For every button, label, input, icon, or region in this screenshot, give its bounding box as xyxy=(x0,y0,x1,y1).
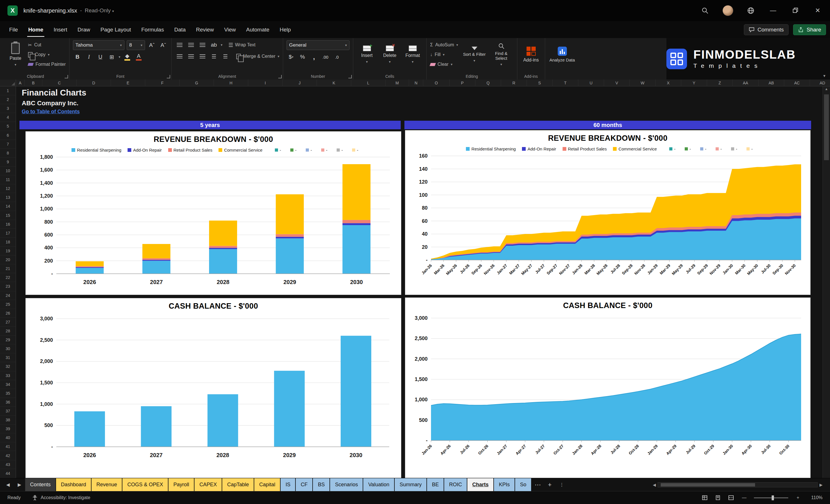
font-dialog-launcher[interactable] xyxy=(167,75,170,78)
row-header-15[interactable]: 15 xyxy=(0,211,16,220)
column-header-R[interactable]: R xyxy=(501,80,527,86)
row-header-25[interactable]: 25 xyxy=(0,300,16,309)
row-header-4[interactable]: 4 xyxy=(0,113,16,122)
row-header-14[interactable]: 14 xyxy=(0,202,16,211)
sheet-tab-bs[interactable]: BS xyxy=(313,478,329,491)
menu-file[interactable]: File xyxy=(4,21,23,38)
vertical-scrollbar-thumb[interactable] xyxy=(824,94,829,160)
row-header-11[interactable]: 11 xyxy=(0,175,16,184)
minimize-button[interactable]: — xyxy=(768,6,778,15)
chart-cash-balance-monthly[interactable]: CASH BALANCE - $'000 -5001,0001,5002,000… xyxy=(405,297,810,478)
borders-button[interactable]: ⊞ xyxy=(107,52,117,62)
column-header-E[interactable]: E xyxy=(111,80,145,86)
zoom-slider[interactable] xyxy=(754,497,788,498)
row-header-38[interactable]: 38 xyxy=(0,416,16,424)
menu-formulas[interactable]: Formulas xyxy=(136,21,169,38)
row-header-33[interactable]: 33 xyxy=(0,371,16,380)
row-header-30[interactable]: 30 xyxy=(0,344,16,353)
clear-button[interactable]: Clear▾ xyxy=(430,60,458,69)
bold-button[interactable]: B xyxy=(73,52,82,62)
number-dialog-launcher[interactable] xyxy=(348,75,352,78)
zoom-in-icon[interactable]: + xyxy=(795,495,801,501)
scroll-left-icon[interactable]: ◀ xyxy=(651,482,658,487)
clipboard-dialog-launcher[interactable] xyxy=(65,75,68,78)
sheet-tab-valuation[interactable]: Valuation xyxy=(363,478,394,491)
row-header-7[interactable]: 7 xyxy=(0,140,16,149)
sheet-nav-right-icon[interactable]: ▶ xyxy=(14,478,25,491)
shrink-font-button[interactable]: Aˇ xyxy=(159,41,168,50)
row-header-6[interactable]: 6 xyxy=(0,131,16,140)
restore-button[interactable] xyxy=(791,6,800,15)
row-header-8[interactable]: 8 xyxy=(0,149,16,158)
comments-button[interactable]: Comments xyxy=(744,24,789,35)
column-header-C[interactable]: C xyxy=(42,80,77,86)
sheet-tab-captable[interactable]: CapTable xyxy=(222,478,254,491)
row-header-5[interactable]: 5 xyxy=(0,122,16,131)
menu-data[interactable]: Data xyxy=(169,21,191,38)
column-header-O[interactable]: O xyxy=(423,80,450,86)
chart-cash-balance-annual[interactable]: CASH BALANCE - $'000 -5001,0001,5002,000… xyxy=(26,298,401,478)
font-size-select[interactable]: 8▾ xyxy=(127,40,145,50)
align-top-icon[interactable] xyxy=(175,40,184,50)
sheet-tab-be[interactable]: BE xyxy=(427,478,444,491)
column-header-AD[interactable]: AD xyxy=(810,80,830,86)
sheet-tab-kpis[interactable]: KPIs xyxy=(494,478,514,491)
read-only-badge[interactable]: Read-Only ▾ xyxy=(85,7,114,14)
horizontal-scrollbar-thumb[interactable] xyxy=(661,483,755,486)
sheet-tab-capex[interactable]: CAPEX xyxy=(194,478,222,491)
sheet-tab-so[interactable]: So xyxy=(515,478,531,491)
insert-cells-button[interactable]: Insert▾ xyxy=(357,40,377,69)
network-globe-icon[interactable] xyxy=(746,6,756,15)
alignment-dialog-launcher[interactable] xyxy=(278,75,282,78)
page-layout-view-icon[interactable] xyxy=(714,495,721,501)
align-middle-icon[interactable] xyxy=(187,40,196,50)
row-header-3[interactable]: 3 xyxy=(0,104,16,113)
sheet-tab-summary[interactable]: Summary xyxy=(395,478,426,491)
font-family-select[interactable]: Tahoma▾ xyxy=(73,40,124,50)
decrease-decimal-button[interactable]: .0 xyxy=(332,52,342,62)
row-header-41[interactable]: 41 xyxy=(0,442,16,451)
align-right-icon[interactable] xyxy=(198,52,207,61)
sheet-tab-charts[interactable]: Charts xyxy=(467,478,493,491)
addins-button[interactable]: Add-ins xyxy=(521,40,541,69)
horizontal-scroll-track[interactable] xyxy=(658,482,818,487)
percent-style-button[interactable]: % xyxy=(298,52,307,62)
sheet-tab-cogs-opex[interactable]: COGS & OPEX xyxy=(122,478,168,491)
delete-cells-button[interactable]: Delete▾ xyxy=(380,40,400,69)
sheet-tab-contents[interactable]: Contents xyxy=(25,478,56,491)
scroll-up-icon[interactable]: ▲ xyxy=(823,87,830,91)
copy-button[interactable]: Copy▾ xyxy=(28,50,66,59)
row-header-37[interactable]: 37 xyxy=(0,407,16,416)
column-header-X[interactable]: X xyxy=(656,80,681,86)
cut-button[interactable]: ✂Cut xyxy=(28,41,66,49)
share-button[interactable]: Share xyxy=(793,24,826,35)
row-header-22[interactable]: 22 xyxy=(0,273,16,282)
column-header-W[interactable]: W xyxy=(630,80,656,86)
format-cells-button[interactable]: Format▾ xyxy=(403,40,423,69)
row-header-36[interactable]: 36 xyxy=(0,398,16,407)
comma-style-button[interactable]: , xyxy=(310,52,319,62)
menu-automate[interactable]: Automate xyxy=(241,21,274,38)
menu-page-layout[interactable]: Page Layout xyxy=(95,21,136,38)
row-header-28[interactable]: 28 xyxy=(0,327,16,336)
merge-center-button[interactable]: Merge & Center▾ xyxy=(236,52,280,61)
close-button[interactable]: ✕ xyxy=(813,6,823,15)
zoom-slider-thumb[interactable] xyxy=(772,496,774,500)
row-header-23[interactable]: 23 xyxy=(0,282,16,291)
scroll-right-icon[interactable]: ▶ xyxy=(818,482,824,487)
row-header-1[interactable]: 1 xyxy=(0,86,16,95)
sheet-tab-capital[interactable]: Capital xyxy=(254,478,280,491)
account-avatar[interactable] xyxy=(723,5,733,16)
column-header-J[interactable]: J xyxy=(283,80,317,86)
column-header-AA[interactable]: AA xyxy=(733,80,759,86)
column-header-I[interactable]: I xyxy=(248,80,283,86)
collapse-ribbon-icon[interactable]: ▾ xyxy=(823,73,825,78)
sheet-tab-cf[interactable]: CF xyxy=(296,478,312,491)
zoom-out-icon[interactable]: — xyxy=(741,495,747,501)
paste-button[interactable]: Paste▾ xyxy=(5,40,26,69)
column-header-F[interactable]: F xyxy=(145,80,180,86)
increase-decimal-button[interactable]: .00 xyxy=(321,52,330,62)
column-header-D[interactable]: D xyxy=(77,80,111,86)
row-header-17[interactable]: 17 xyxy=(0,229,16,238)
menu-draw[interactable]: Draw xyxy=(72,21,95,38)
